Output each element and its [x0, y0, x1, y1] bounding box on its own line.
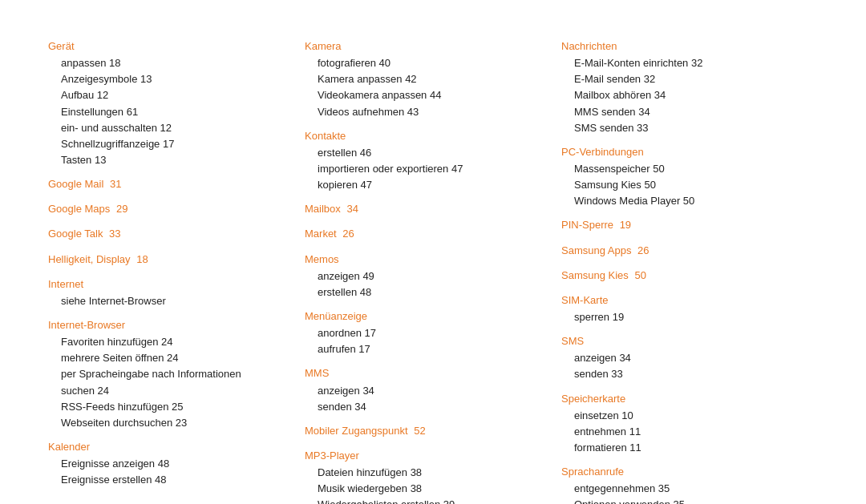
sub-entry: Samsung Kies 50 [561, 177, 802, 193]
category-number: 29 [113, 201, 127, 217]
sub-entry: entnehmen 11 [561, 424, 802, 440]
index-entry: SIM-Kartesperren 19 [561, 286, 802, 325]
index-entry: Kontakteerstellen 46importieren oder exp… [305, 122, 545, 194]
sub-text: Webseiten durchsuchen [61, 417, 172, 429]
category-label: Google Maps [48, 201, 110, 217]
index-entry: Mailbox 34 [305, 195, 545, 218]
sub-entry: einsetzen 10 [561, 408, 802, 424]
sub-number: 44 [427, 89, 441, 101]
sub-text: Windows Media Player [574, 195, 680, 207]
category-line: Kamera [305, 32, 545, 55]
sub-text: Ereignisse erstellen [61, 474, 152, 486]
sub-text: MMS senden [574, 106, 636, 118]
sub-entry: Musik wiedergeben 38 [305, 481, 545, 497]
sub-text: anzeigen [318, 270, 360, 282]
sub-entry: MMS senden 34 [561, 104, 802, 120]
sub-number: 34 [651, 89, 666, 101]
index-entry: MMSanzeigen 34senden 34 [305, 359, 545, 414]
sub-text: Wiedergabelisten erstellen [318, 498, 440, 504]
index-col-col1: Gerätanpassen 18Anzeigesymbole 13Aufbau … [48, 32, 305, 504]
category-label: Menüanzeige [305, 308, 367, 325]
sub-text: Favoriten hinzufügen [61, 336, 158, 348]
category-label: Internet [48, 276, 83, 292]
sub-entry: anpassen 18 [48, 55, 289, 71]
sub-entry: anzeigen 34 [305, 383, 545, 399]
category-line: Google Talk 33 [48, 220, 289, 243]
index-entry: Kamerafotografieren 40Kamera anpassen 42… [305, 32, 545, 120]
sub-text: Schnellzugriffanzeige [61, 138, 160, 150]
index-entry: NachrichtenE-Mail-Konten einrichten 32E-… [561, 32, 802, 136]
sub-number: 33 [633, 122, 648, 134]
sub-number: 17 [362, 327, 376, 339]
sub-text: senden [318, 401, 352, 413]
sub-number: 48 [357, 286, 371, 298]
category-line: Helligkeit, Display 18 [48, 245, 289, 268]
category-number: 31 [107, 176, 121, 192]
sub-number: 50 [641, 179, 656, 191]
sub-number: 25 [168, 401, 183, 413]
sub-entry: Webseiten durchsuchen 23 [48, 415, 289, 431]
sub-text: SMS senden [574, 122, 633, 134]
sub-text: aufrufen [318, 343, 356, 355]
sub-number: 48 [155, 458, 169, 470]
sub-entry: Schnellzugriffanzeige 17 [48, 136, 289, 152]
sub-text: Massenspeicher [574, 163, 650, 175]
sub-text: Ereignisse anzeigen [61, 458, 155, 470]
sub-entry: senden 34 [305, 399, 545, 415]
index-entry: MP3-PlayerDateien hinzufügen 38Musik wie… [305, 442, 545, 504]
index-columns: Gerätanpassen 18Anzeigesymbole 13Aufbau … [48, 32, 818, 504]
sub-text: Mailbox abhören [574, 89, 651, 101]
sub-number: 43 [404, 106, 419, 118]
category-label: Internet-Browser [48, 317, 125, 333]
category-label: Gerät [48, 38, 75, 54]
category-label: Google Talk [48, 226, 103, 242]
category-label: Speicherkarte [561, 391, 625, 407]
category-line: Internet-Browser [48, 311, 289, 334]
sub-number: 10 [619, 409, 633, 421]
sub-entry: Windows Media Player 50 [561, 193, 802, 209]
sub-entry: kopieren 47 [305, 177, 545, 193]
sub-entry: Ereignisse anzeigen 48 [48, 456, 289, 472]
category-label: Kontakte [305, 128, 346, 144]
category-line: Google Mail 31 [48, 170, 289, 193]
index-entry: Google Mail 31 [48, 170, 289, 193]
sub-entry: Einstellungen 61 [48, 104, 289, 120]
sub-number: 47 [448, 163, 463, 175]
sub-number: 24 [158, 336, 172, 348]
sub-text: Tasten [61, 154, 91, 166]
sub-entry: Favoriten hinzufügen 24 [48, 334, 289, 350]
index-entry: Mobiler Zugangspunkt 52 [305, 417, 545, 440]
sub-text: entgegennehmen [574, 482, 655, 494]
index-entry: Sprachanrufeentgegennehmen 35Optionen ve… [561, 458, 802, 504]
sub-text: entnehmen [574, 425, 626, 437]
sub-number: 34 [617, 352, 631, 364]
sub-text: ein- und ausschalten [61, 122, 157, 134]
category-line: Market 26 [305, 220, 545, 243]
category-number: 50 [632, 268, 646, 284]
sub-text: Samsung Kies [574, 179, 641, 191]
sub-number: 18 [106, 57, 120, 69]
sub-entry: Videokamera anpassen 44 [305, 87, 545, 103]
index-col-col2: Kamerafotografieren 40Kamera anpassen 42… [305, 32, 561, 504]
sub-text: einsetzen [574, 409, 619, 421]
sub-entry: anzeigen 34 [561, 350, 802, 366]
sub-text: anpassen [61, 57, 106, 69]
category-number: 52 [411, 423, 426, 439]
sub-entry: Optionen verwenden 35 [561, 497, 802, 504]
sub-entry: siehe Internet-Browser [48, 293, 289, 309]
sub-entry: anordnen 17 [305, 325, 545, 341]
category-number: 33 [106, 226, 120, 242]
category-line: Google Maps 29 [48, 195, 289, 218]
category-line: Menüanzeige [305, 302, 545, 325]
sub-text: RSS-Feeds hinzufügen [61, 401, 168, 413]
sub-text: Videokamera anpassen [318, 89, 427, 101]
category-label: Samsung Kies [561, 268, 629, 284]
index-entry: PC-VerbindungenMassenspeicher 50Samsung … [561, 138, 802, 210]
sub-entry: sperren 19 [561, 309, 802, 325]
sub-text: fotografieren [318, 57, 376, 69]
sub-number: 34 [360, 385, 374, 397]
category-line: PIN-Sperre 19 [561, 211, 802, 234]
sub-number: 13 [91, 154, 106, 166]
sub-entry: E-Mail-Konten einrichten 32 [561, 55, 802, 71]
sub-number: 24 [95, 385, 109, 397]
